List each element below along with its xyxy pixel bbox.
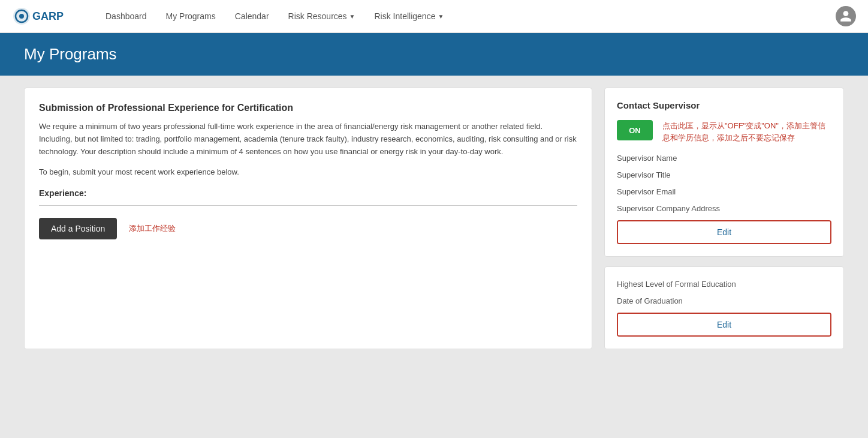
risk-intelligence-caret: ▼ bbox=[438, 13, 444, 20]
education-level-row: Highest Level of Formal Education bbox=[617, 279, 831, 289]
divider bbox=[39, 205, 577, 206]
nav-my-programs[interactable]: My Programs bbox=[156, 0, 225, 33]
nav-calendar[interactable]: Calendar bbox=[225, 0, 279, 33]
supervisor-edit-button[interactable]: Edit bbox=[618, 221, 830, 243]
toggle-note: 点击此匡，显示从"OFF"变成"ON"，添加主管信息和学历信息，添加之后不要忘记… bbox=[662, 120, 831, 143]
supervisor-card: Contact Supervisor ON 点击此匡，显示从"OFF"变成"ON… bbox=[604, 88, 844, 257]
toggle-button[interactable]: ON bbox=[617, 120, 653, 140]
supervisor-company-row: Supervisor Company Address bbox=[617, 203, 831, 213]
supervisor-company-label: Supervisor Company Address bbox=[617, 204, 720, 213]
navbar: GARP Dashboard My Programs Calendar Risk… bbox=[0, 0, 868, 33]
supervisor-name-label: Supervisor Name bbox=[617, 154, 677, 163]
supervisor-email-label: Supervisor Email bbox=[617, 187, 676, 196]
experience-label: Experience: bbox=[39, 188, 577, 198]
nav-risk-intelligence[interactable]: Risk Intelligence ▼ bbox=[365, 0, 454, 33]
left-panel: Submission of Professional Experience fo… bbox=[24, 88, 592, 349]
toggle-row: ON 点击此匡，显示从"OFF"变成"ON"，添加主管信息和学历信息，添加之后不… bbox=[617, 120, 831, 143]
add-position-row: Add a Position 添加工作经验 bbox=[39, 218, 577, 239]
graduation-date-row: Date of Graduation bbox=[617, 296, 831, 305]
graduation-date-label: Date of Graduation bbox=[617, 296, 683, 305]
submission-begin: To begin, submit your most recent work e… bbox=[39, 167, 577, 176]
nav-links: Dashboard My Programs Calendar Risk Reso… bbox=[96, 0, 836, 33]
brand-logo[interactable]: GARP bbox=[12, 5, 78, 27]
right-panel: Contact Supervisor ON 点击此匡，显示从"OFF"变成"ON… bbox=[604, 88, 844, 349]
submission-title: Submission of Professional Experience fo… bbox=[39, 103, 577, 113]
nav-dashboard[interactable]: Dashboard bbox=[96, 0, 156, 33]
svg-point-2 bbox=[19, 14, 24, 19]
education-edit-wrapper: Edit bbox=[617, 313, 831, 337]
supervisor-card-title: Contact Supervisor bbox=[617, 100, 831, 110]
education-card: Highest Level of Formal Education Date o… bbox=[604, 266, 844, 349]
add-position-button[interactable]: Add a Position bbox=[39, 218, 117, 239]
submission-body: We require a minimum of two years profes… bbox=[39, 121, 577, 158]
user-avatar[interactable] bbox=[836, 6, 856, 26]
page-title: My Programs bbox=[24, 45, 844, 64]
supervisor-title-label: Supervisor Title bbox=[617, 170, 671, 179]
page-header: My Programs bbox=[0, 33, 868, 76]
supervisor-email-row: Supervisor Email bbox=[617, 187, 831, 196]
risk-resources-caret: ▼ bbox=[349, 13, 355, 20]
education-edit-button[interactable]: Edit bbox=[618, 314, 830, 335]
supervisor-edit-wrapper: Edit bbox=[617, 220, 831, 244]
main-content: Submission of Professional Experience fo… bbox=[0, 76, 868, 361]
supervisor-name-row: Supervisor Name bbox=[617, 153, 831, 163]
svg-text:GARP: GARP bbox=[32, 10, 64, 22]
supervisor-title-row: Supervisor Title bbox=[617, 170, 831, 179]
add-work-link[interactable]: 添加工作经验 bbox=[129, 223, 176, 234]
education-level-label: Highest Level of Formal Education bbox=[617, 280, 736, 289]
nav-risk-resources[interactable]: Risk Resources ▼ bbox=[279, 0, 365, 33]
